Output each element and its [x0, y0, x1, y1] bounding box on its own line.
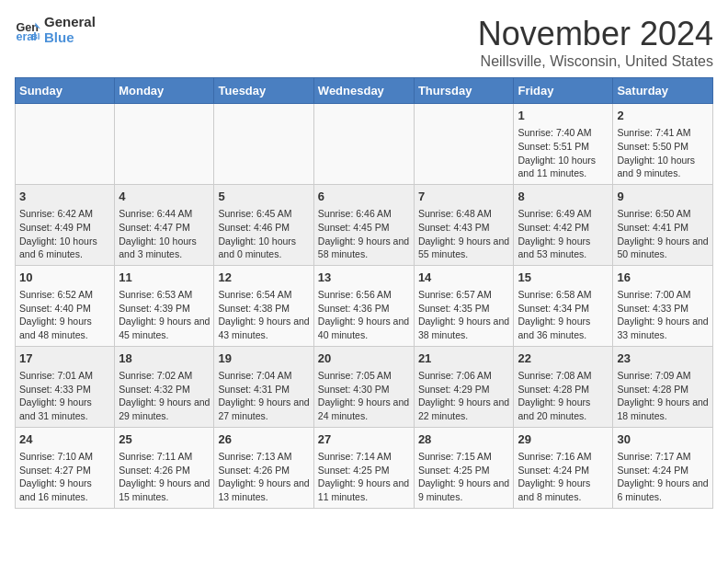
calendar-cell: 10Sunrise: 6:52 AM Sunset: 4:40 PM Dayli… [16, 265, 115, 346]
cell-info: Sunrise: 6:57 AM Sunset: 4:35 PM Dayligh… [418, 288, 510, 342]
day-number: 2 [617, 108, 709, 124]
day-number: 30 [617, 431, 709, 448]
month-title: November 2024 [478, 15, 713, 53]
calendar-cell: 24Sunrise: 7:10 AM Sunset: 4:27 PM Dayli… [16, 427, 115, 508]
day-number: 29 [518, 431, 609, 448]
calendar-cell: 2Sunrise: 7:41 AM Sunset: 5:50 PM Daylig… [613, 104, 713, 185]
cell-info: Sunrise: 7:06 AM Sunset: 4:29 PM Dayligh… [418, 369, 510, 423]
day-number: 16 [617, 270, 709, 286]
day-number: 25 [119, 431, 210, 448]
day-number: 13 [318, 270, 410, 286]
day-number: 5 [218, 189, 309, 205]
cell-info: Sunrise: 7:00 AM Sunset: 4:33 PM Dayligh… [617, 288, 709, 342]
day-number: 9 [617, 189, 709, 205]
cell-info: Sunrise: 7:08 AM Sunset: 4:28 PM Dayligh… [518, 369, 609, 423]
cell-info: Sunrise: 6:49 AM Sunset: 4:42 PM Dayligh… [518, 207, 609, 261]
calendar-cell: 15Sunrise: 6:58 AM Sunset: 4:34 PM Dayli… [514, 265, 613, 346]
day-number: 23 [617, 350, 709, 367]
cell-info: Sunrise: 7:40 AM Sunset: 5:51 PM Dayligh… [518, 126, 609, 180]
day-header-friday: Friday [514, 78, 613, 104]
day-number: 17 [19, 350, 110, 367]
cell-info: Sunrise: 6:58 AM Sunset: 4:34 PM Dayligh… [518, 288, 609, 342]
day-number: 26 [218, 431, 309, 448]
calendar-cell: 14Sunrise: 6:57 AM Sunset: 4:35 PM Dayli… [414, 265, 514, 346]
logo-line2: Blue [44, 30, 96, 46]
cell-info: Sunrise: 6:46 AM Sunset: 4:45 PM Dayligh… [318, 207, 410, 261]
day-header-tuesday: Tuesday [214, 78, 313, 104]
day-header-monday: Monday [115, 78, 214, 104]
cell-info: Sunrise: 6:54 AM Sunset: 4:38 PM Dayligh… [218, 288, 309, 342]
day-number: 6 [318, 189, 410, 205]
cell-info: Sunrise: 6:52 AM Sunset: 4:40 PM Dayligh… [19, 288, 110, 342]
day-number: 27 [318, 431, 410, 448]
day-number: 24 [19, 431, 110, 448]
day-header-thursday: Thursday [414, 78, 514, 104]
calendar-cell: 9Sunrise: 6:50 AM Sunset: 4:41 PM Daylig… [613, 184, 713, 265]
calendar-cell: 19Sunrise: 7:04 AM Sunset: 4:31 PM Dayli… [214, 346, 313, 427]
week-row-4: 24Sunrise: 7:10 AM Sunset: 4:27 PM Dayli… [16, 427, 713, 508]
day-number: 8 [518, 189, 609, 205]
calendar-cell: 13Sunrise: 6:56 AM Sunset: 4:36 PM Dayli… [313, 265, 414, 346]
calendar-cell: 5Sunrise: 6:45 AM Sunset: 4:46 PM Daylig… [214, 184, 313, 265]
calendar-cell: 3Sunrise: 6:42 AM Sunset: 4:49 PM Daylig… [16, 184, 115, 265]
calendar-cell: 7Sunrise: 6:48 AM Sunset: 4:43 PM Daylig… [414, 184, 514, 265]
day-number: 28 [418, 431, 510, 448]
day-number: 7 [418, 189, 510, 205]
logo-line1: General [44, 15, 96, 30]
calendar-cell [115, 104, 214, 185]
calendar-cell: 11Sunrise: 6:53 AM Sunset: 4:39 PM Dayli… [115, 265, 214, 346]
day-number: 15 [518, 270, 609, 286]
calendar-cell [313, 104, 414, 185]
day-header-saturday: Saturday [613, 78, 713, 104]
calendar-cell [16, 104, 115, 185]
calendar-cell: 12Sunrise: 6:54 AM Sunset: 4:38 PM Dayli… [214, 265, 313, 346]
location-title: Neillsville, Wisconsin, United States [478, 53, 713, 70]
week-row-0: 1Sunrise: 7:40 AM Sunset: 5:51 PM Daylig… [16, 104, 713, 185]
cell-info: Sunrise: 7:13 AM Sunset: 4:26 PM Dayligh… [218, 450, 309, 504]
calendar-header: SundayMondayTuesdayWednesdayThursdayFrid… [16, 78, 713, 104]
page-header: Gen eral Blue General Blue November 2024… [15, 15, 713, 70]
cell-info: Sunrise: 7:14 AM Sunset: 4:25 PM Dayligh… [318, 450, 410, 504]
calendar-cell: 4Sunrise: 6:44 AM Sunset: 4:47 PM Daylig… [115, 184, 214, 265]
day-number: 3 [19, 189, 110, 205]
cell-info: Sunrise: 6:48 AM Sunset: 4:43 PM Dayligh… [418, 207, 510, 261]
calendar-cell: 6Sunrise: 6:46 AM Sunset: 4:45 PM Daylig… [313, 184, 414, 265]
cell-info: Sunrise: 7:09 AM Sunset: 4:28 PM Dayligh… [617, 369, 709, 423]
calendar-table: SundayMondayTuesdayWednesdayThursdayFrid… [15, 77, 713, 509]
svg-text:Blue: Blue [31, 31, 40, 40]
cell-info: Sunrise: 7:17 AM Sunset: 4:24 PM Dayligh… [617, 450, 709, 504]
calendar-cell: 21Sunrise: 7:06 AM Sunset: 4:29 PM Dayli… [414, 346, 514, 427]
day-number: 20 [318, 350, 410, 367]
day-number: 21 [418, 350, 510, 367]
week-row-3: 17Sunrise: 7:01 AM Sunset: 4:33 PM Dayli… [16, 346, 713, 427]
calendar-cell: 27Sunrise: 7:14 AM Sunset: 4:25 PM Dayli… [313, 427, 414, 508]
calendar-cell [214, 104, 313, 185]
day-header-sunday: Sunday [16, 78, 115, 104]
day-number: 22 [518, 350, 609, 367]
day-number: 18 [119, 350, 210, 367]
calendar-cell: 17Sunrise: 7:01 AM Sunset: 4:33 PM Dayli… [16, 346, 115, 427]
cell-info: Sunrise: 7:02 AM Sunset: 4:32 PM Dayligh… [119, 369, 210, 423]
logo-icon: Gen eral Blue [15, 17, 40, 43]
cell-info: Sunrise: 6:56 AM Sunset: 4:36 PM Dayligh… [318, 288, 410, 342]
calendar-body: 1Sunrise: 7:40 AM Sunset: 5:51 PM Daylig… [16, 104, 713, 509]
calendar-cell: 8Sunrise: 6:49 AM Sunset: 4:42 PM Daylig… [514, 184, 613, 265]
cell-info: Sunrise: 7:16 AM Sunset: 4:24 PM Dayligh… [518, 450, 609, 504]
calendar-cell: 29Sunrise: 7:16 AM Sunset: 4:24 PM Dayli… [514, 427, 613, 508]
calendar-cell: 22Sunrise: 7:08 AM Sunset: 4:28 PM Dayli… [514, 346, 613, 427]
cell-info: Sunrise: 6:50 AM Sunset: 4:41 PM Dayligh… [617, 207, 709, 261]
day-number: 10 [19, 270, 110, 286]
day-header-wednesday: Wednesday [313, 78, 414, 104]
cell-info: Sunrise: 7:15 AM Sunset: 4:25 PM Dayligh… [418, 450, 510, 504]
calendar-cell: 26Sunrise: 7:13 AM Sunset: 4:26 PM Dayli… [214, 427, 313, 508]
calendar-cell: 20Sunrise: 7:05 AM Sunset: 4:30 PM Dayli… [313, 346, 414, 427]
logo: Gen eral Blue General Blue [15, 15, 96, 45]
day-number: 19 [218, 350, 309, 367]
calendar-cell [414, 104, 514, 185]
cell-info: Sunrise: 7:05 AM Sunset: 4:30 PM Dayligh… [318, 369, 410, 423]
calendar-cell: 18Sunrise: 7:02 AM Sunset: 4:32 PM Dayli… [115, 346, 214, 427]
day-number: 4 [119, 189, 210, 205]
calendar-cell: 28Sunrise: 7:15 AM Sunset: 4:25 PM Dayli… [414, 427, 514, 508]
cell-info: Sunrise: 6:42 AM Sunset: 4:49 PM Dayligh… [19, 207, 110, 261]
cell-info: Sunrise: 7:01 AM Sunset: 4:33 PM Dayligh… [19, 369, 110, 423]
